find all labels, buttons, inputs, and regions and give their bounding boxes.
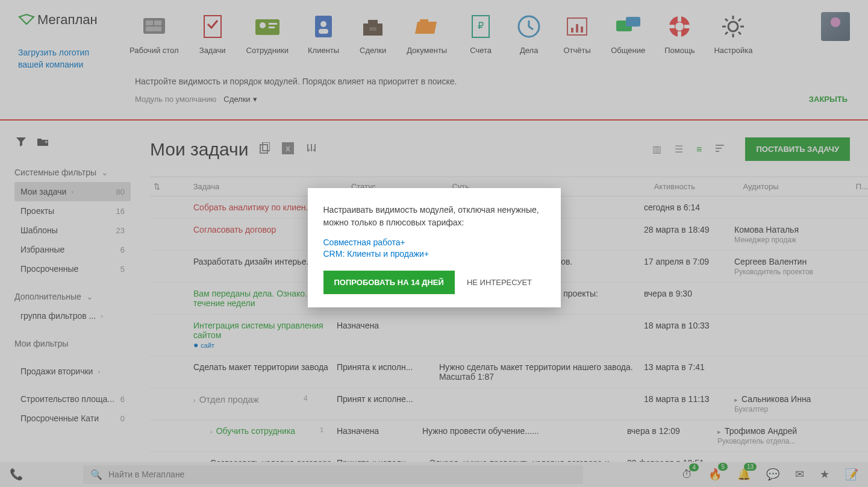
modal-link-teamwork[interactable]: Совместная работа+ (323, 237, 545, 247)
not-interested-button[interactable]: НЕ ИНТЕРЕСУЕТ (467, 278, 532, 287)
upgrade-modal: Настраивать видимость модулей, отключая … (308, 188, 561, 307)
modal-text: Настраивать видимость модулей, отключая … (323, 204, 545, 229)
try-button[interactable]: ПОПРОБОВАТЬ НА 14 ДНЕЙ (323, 271, 455, 294)
modal-overlay[interactable]: Настраивать видимость модулей, отключая … (0, 0, 868, 487)
modal-link-crm[interactable]: CRM: Клиенты и продажи+ (323, 249, 545, 259)
